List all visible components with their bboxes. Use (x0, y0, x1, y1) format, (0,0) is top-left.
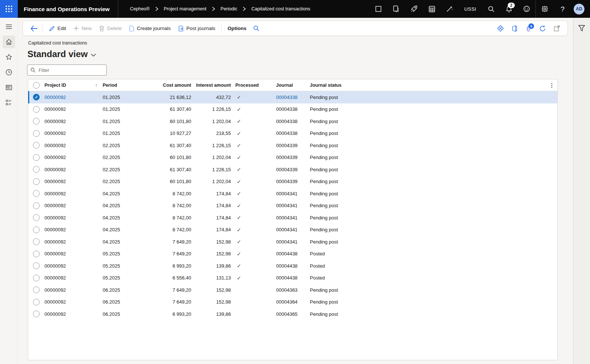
cell-project-id[interactable]: 00000092 (44, 191, 103, 196)
cell-journal[interactable]: 00004339 (268, 179, 309, 184)
cell-project-id[interactable]: 00000092 (44, 106, 103, 112)
sidebar-item-recent[interactable] (3, 66, 15, 79)
table-row[interactable]: 0000009205.20256 556,40131,13✓00004438Po… (28, 272, 557, 284)
notifications-button[interactable]: 2 (500, 0, 518, 18)
create-journals-button[interactable]: Create journals (125, 23, 175, 34)
row-checkbox[interactable] (28, 166, 44, 173)
cell-project-id[interactable]: 00000092 (44, 119, 103, 124)
cell-journal[interactable]: 00004338 (268, 106, 309, 112)
row-checkbox[interactable] (28, 142, 44, 149)
cell-journal[interactable]: 00004365 (268, 311, 309, 317)
row-checkbox[interactable] (28, 202, 44, 209)
cell-journal[interactable]: 00004338 (268, 130, 309, 136)
table-row[interactable]: 0000009204.20258 742,00174,84✓00004341Pe… (28, 188, 557, 200)
help-button[interactable]: ? (554, 0, 571, 18)
cell-project-id[interactable]: 00000092 (44, 95, 103, 100)
cell-project-id[interactable]: 00000092 (44, 167, 103, 172)
sidebar-item-favorites[interactable] (3, 51, 15, 63)
grid-options-button[interactable]: ⋮ (546, 82, 557, 89)
table-row[interactable]: 0000009204.20258 742,00174,84✓00004341Pe… (28, 200, 557, 212)
row-checkbox[interactable] (28, 118, 44, 125)
row-checkbox[interactable] (28, 251, 44, 257)
cell-journal[interactable]: 00004364 (268, 299, 309, 305)
open-in-new-window-button[interactable] (550, 23, 563, 34)
table-row[interactable]: 0000009204.20258 742,00174,84✓00004341Pe… (28, 224, 557, 236)
cell-project-id[interactable]: 00000092 (44, 299, 103, 305)
cell-project-id[interactable]: 00000092 (44, 227, 103, 232)
table-row[interactable]: 0000009201.202561 307,401 226,15✓0000433… (28, 103, 557, 116)
cell-journal[interactable]: 00004341 (268, 203, 309, 208)
calculator-button[interactable] (423, 0, 441, 18)
cell-journal[interactable]: 00004341 (268, 191, 309, 196)
table-row[interactable]: ✓0000009201.202521 636,12432,72✓00004338… (28, 91, 557, 103)
command-search-button[interactable] (250, 23, 263, 34)
magic-wand-button[interactable] (441, 0, 458, 18)
table-row[interactable]: 0000009205.20257 649,20152,98✓00004438Po… (28, 248, 557, 260)
row-checkbox[interactable]: ✓ (28, 94, 44, 100)
edit-button[interactable]: Edit (45, 23, 70, 34)
table-row[interactable]: 0000009206.20257 649,20152,9800004363Pen… (28, 284, 557, 296)
sidebar-item-workspaces[interactable] (3, 81, 15, 94)
column-header-project-id[interactable]: Project ID ↑ (44, 82, 103, 88)
cell-journal[interactable]: 00004338 (268, 119, 309, 124)
task-recorder-button[interactable] (387, 0, 405, 18)
cell-journal[interactable]: 00004339 (268, 167, 309, 172)
performance-button[interactable] (405, 0, 423, 18)
column-header-journal[interactable]: Journal (268, 83, 309, 88)
cell-project-id[interactable]: 00000092 (44, 275, 103, 281)
sidebar-expand-button[interactable] (3, 20, 15, 33)
breadcrumb-module[interactable]: Project management (162, 5, 209, 13)
open-in-office-button[interactable] (508, 23, 521, 34)
row-checkbox[interactable] (28, 299, 44, 305)
cell-journal[interactable]: 00004341 (268, 215, 309, 221)
cell-project-id[interactable]: 00000092 (44, 287, 103, 293)
table-row[interactable]: 0000009206.20256 993,20139,8600004365Pen… (28, 308, 557, 320)
cell-journal[interactable]: 00004339 (268, 155, 309, 160)
search-button[interactable] (482, 0, 500, 18)
back-button[interactable] (27, 23, 40, 34)
fullscreen-button[interactable] (369, 0, 387, 18)
table-row[interactable]: 0000009202.202560 101,801 202,04✓0000433… (28, 176, 557, 188)
table-row[interactable]: 0000009206.20257 649,20152,9800004364Pen… (28, 296, 557, 308)
column-header-interest-amount[interactable]: Interest amount (191, 83, 231, 88)
row-checkbox[interactable] (28, 106, 44, 113)
row-checkbox[interactable] (28, 262, 44, 269)
cell-journal[interactable]: 00004438 (268, 275, 309, 281)
column-header-period[interactable]: Period (103, 83, 147, 88)
attachments-button[interactable]: 0 (522, 23, 535, 34)
row-checkbox[interactable] (28, 178, 44, 185)
table-row[interactable]: 0000009204.20258 742,00174,84✓00004341Pe… (28, 212, 557, 224)
row-checkbox[interactable] (28, 226, 44, 233)
cell-project-id[interactable]: 00000092 (44, 179, 103, 184)
row-checkbox[interactable] (28, 275, 44, 281)
cell-journal[interactable]: 00004339 (268, 143, 309, 148)
column-header-cost-amount[interactable]: Cost amount (147, 83, 191, 88)
cell-project-id[interactable]: 00000092 (44, 130, 103, 136)
cell-journal[interactable]: 00004363 (268, 287, 309, 293)
row-checkbox[interactable] (28, 214, 44, 221)
column-header-journal-status[interactable]: Journal status (309, 83, 546, 88)
options-menu[interactable]: Options (224, 23, 250, 34)
feedback-button[interactable] (518, 0, 536, 18)
app-launcher-button[interactable] (0, 0, 18, 18)
refresh-button[interactable] (536, 23, 549, 34)
new-button[interactable]: New (70, 23, 95, 34)
cell-journal[interactable]: 00004341 (268, 227, 309, 232)
cell-journal[interactable]: 00004438 (268, 251, 309, 257)
row-checkbox[interactable] (28, 154, 44, 161)
cell-project-id[interactable]: 00000092 (44, 311, 103, 317)
table-row[interactable]: 0000009202.202561 307,401 226,15✓0000433… (28, 163, 557, 176)
table-row[interactable]: 0000009202.202561 307,401 226,15✓0000433… (28, 139, 557, 152)
cell-project-id[interactable]: 00000092 (44, 239, 103, 245)
breadcrumb-company[interactable]: Cepheo® (128, 5, 152, 13)
table-row[interactable]: 0000009201.202510 927,27218,55✓00004338P… (28, 128, 557, 140)
select-all-checkbox[interactable] (28, 82, 44, 89)
column-header-processed[interactable]: Processed (231, 83, 268, 88)
cell-project-id[interactable]: 00000092 (44, 263, 103, 269)
table-row[interactable]: 0000009204.20257 649,20152,98✓00004341Pe… (28, 236, 557, 248)
sidebar-item-home[interactable] (3, 36, 15, 48)
settings-button[interactable] (536, 0, 554, 18)
cell-project-id[interactable]: 00000092 (44, 251, 103, 257)
table-row[interactable]: 0000009205.20256 993,20139,86✓00004438Po… (28, 260, 557, 272)
sidebar-item-modules[interactable] (3, 96, 15, 109)
